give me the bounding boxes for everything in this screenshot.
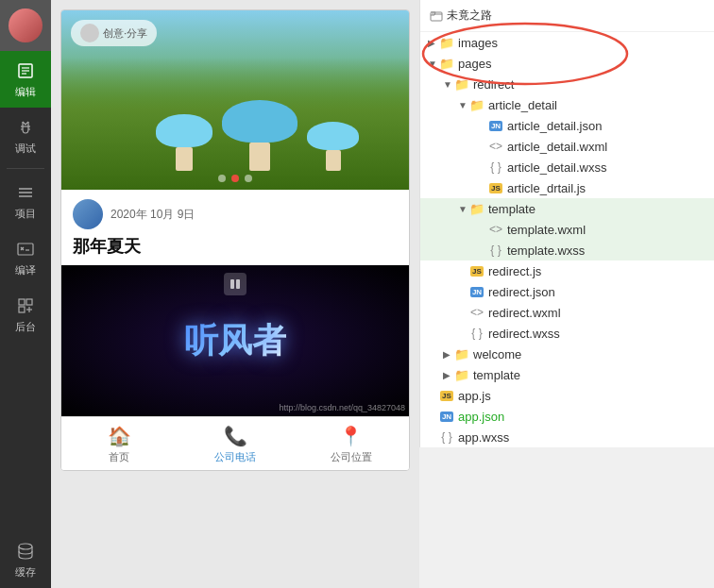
svg-rect-21: [236, 279, 240, 289]
template-inner-arrow: ▼: [458, 204, 469, 214]
svg-rect-14: [19, 299, 25, 305]
nav-item-home[interactable]: 🏠 首页: [61, 417, 178, 470]
images-folder-icon: 📁: [439, 35, 454, 50]
tree-item-redirect-js[interactable]: JS redirect.js: [420, 260, 714, 281]
app-wxss-label: app.wxss: [458, 430, 509, 445]
template-inner-label: template: [488, 202, 536, 216]
redirect-label: redirect: [473, 77, 514, 92]
pages-label: pages: [458, 57, 491, 71]
welcome-arrow: ▶: [443, 349, 454, 360]
sidebar-item-cache[interactable]: 缓存: [0, 531, 51, 588]
sidebar-item-backend[interactable]: 后台: [0, 286, 51, 343]
sidebar-item-project-label: 项目: [15, 207, 36, 221]
file-panel: 未竟之路 ▶ 📁 images ▼ 📁 pages ▼ 📁 redirect ▼: [419, 0, 714, 447]
svg-rect-10: [18, 244, 33, 255]
template-outer-arrow: ▶: [443, 370, 454, 380]
sidebar-item-editor-label: 编辑: [15, 85, 36, 99]
tree-item-template-wxss[interactable]: { } template.wxss: [420, 240, 714, 260]
nav-home-label: 首页: [109, 450, 129, 464]
sidebar-item-backend-label: 后台: [15, 320, 36, 334]
tree-item-pages[interactable]: ▼ 📁 pages: [420, 53, 714, 74]
article-drtail-js-label: article_drtail.js: [507, 181, 586, 195]
nav-location-label: 公司位置: [331, 450, 372, 464]
sidebar-divider: [7, 168, 44, 169]
article-detail-wxml-label: article_detail.wxml: [507, 140, 607, 154]
tree-item-redirect[interactable]: ▼ 📁 redirect: [420, 74, 714, 94]
tree-item-template-outer[interactable]: ▶ 📁 template: [420, 364, 714, 385]
article-date: 2020年 10月 9日: [110, 207, 195, 223]
template-wxml-icon: <>: [488, 222, 503, 237]
sidebar: 编辑 调试 项目: [0, 0, 51, 588]
svg-rect-15: [26, 299, 32, 305]
welcome-folder-icon: 📁: [454, 346, 469, 361]
location-icon: 📍: [339, 425, 363, 447]
welcome-label: welcome: [473, 347, 521, 361]
redirect-js-icon: JS: [469, 263, 484, 278]
hero-image: 创意·分享: [61, 10, 409, 190]
tree-item-redirect-wxml[interactable]: <> redirect.wxml: [420, 302, 714, 323]
app-json-label: app.json: [458, 410, 504, 424]
tree-item-app-json[interactable]: JN app.json: [420, 406, 714, 427]
dot-2[interactable]: [231, 175, 239, 182]
editor-icon: [15, 60, 36, 81]
tree-item-redirect-json[interactable]: JN redirect.json: [420, 281, 714, 302]
tree-item-article-detail-json[interactable]: JN article_detail.json: [420, 115, 714, 136]
article-detail-wxss-label: article_detail.wxss: [507, 160, 607, 175]
svg-point-19: [19, 544, 32, 549]
sidebar-item-editor[interactable]: 编辑: [0, 51, 51, 108]
video-thumbnail: 听风者 http://blog.csdn.net/qq_34827048: [61, 265, 409, 416]
mushroom-2: [222, 100, 298, 171]
phone-icon: 📞: [224, 425, 247, 447]
sidebar-item-compile[interactable]: 编译: [0, 229, 51, 286]
mushroom-1: [156, 114, 212, 171]
redirect-js-label: redirect.js: [488, 264, 541, 278]
phone-frame: 创意·分享 2020年 10月 9日 那年夏天 听风者: [60, 9, 410, 471]
article-info: 2020年 10月 9日: [61, 190, 409, 235]
tree-item-article-drtail-js[interactable]: JS article_drtail.js: [420, 177, 714, 198]
backend-icon: [15, 295, 36, 316]
article-avatar: [73, 199, 103, 229]
tree-item-images[interactable]: ▶ 📁 images: [420, 32, 714, 53]
js-icon: JS: [488, 180, 503, 195]
tree-item-app-wxss[interactable]: { } app.wxss: [420, 427, 714, 447]
article-detail-label: article_detail: [488, 98, 557, 112]
article-detail-json-label: article_detail.json: [507, 119, 602, 133]
home-icon: 🏠: [108, 425, 131, 447]
tree-item-welcome[interactable]: ▶ 📁 welcome: [420, 344, 714, 364]
compile-icon: [15, 239, 36, 260]
logo-text: 创意·分享: [103, 26, 147, 41]
sidebar-item-project[interactable]: 项目: [0, 173, 51, 229]
app-wxss-icon: { }: [439, 429, 454, 445]
svg-rect-20: [230, 279, 234, 289]
template-inner-folder-icon: 📁: [469, 201, 484, 216]
tree-item-article-detail-wxss[interactable]: { } article_detail.wxss: [420, 157, 714, 177]
mushroom-3: [307, 122, 359, 171]
sidebar-item-debug-label: 调试: [15, 142, 36, 156]
tree-item-redirect-wxss[interactable]: { } redirect.wxss: [420, 323, 714, 344]
wxss-icon: { }: [488, 160, 503, 175]
dot-1[interactable]: [218, 175, 226, 182]
article-title: 那年夏天: [61, 235, 409, 265]
sidebar-item-debug[interactable]: 调试: [0, 108, 51, 164]
sidebar-item-compile-label: 编译: [15, 263, 36, 277]
dot-3[interactable]: [245, 175, 252, 182]
article-detail-folder-icon: 📁: [469, 97, 484, 112]
redirect-arrow: ▼: [443, 79, 454, 90]
tree-item-article-detail[interactable]: ▼ 📁 article_detail: [420, 94, 714, 115]
tree-item-template-wxml[interactable]: <> template.wxml: [420, 219, 714, 240]
pages-folder-icon: 📁: [439, 56, 454, 71]
redirect-wxml-label: redirect.wxml: [488, 306, 561, 320]
redirect-wxml-icon: <>: [469, 305, 484, 320]
redirect-json-label: redirect.json: [488, 285, 555, 299]
video-text: 听风者: [184, 318, 286, 364]
tree-item-template-inner[interactable]: ▼ 📁 template: [420, 198, 714, 219]
bottom-nav: 🏠 首页 📞 公司电话 📍 公司位置: [61, 416, 409, 470]
tree-item-article-detail-wxml[interactable]: <> article_detail.wxml: [420, 136, 714, 157]
template-wxss-icon: { }: [488, 243, 503, 258]
carousel-dots: [218, 175, 252, 182]
nav-item-phone[interactable]: 📞 公司电话: [178, 417, 294, 470]
nav-item-location[interactable]: 📍 公司位置: [293, 417, 409, 470]
pages-arrow: ▼: [428, 59, 439, 69]
tree-item-app-js[interactable]: JS app.js: [420, 385, 714, 406]
cache-icon: [15, 541, 36, 562]
